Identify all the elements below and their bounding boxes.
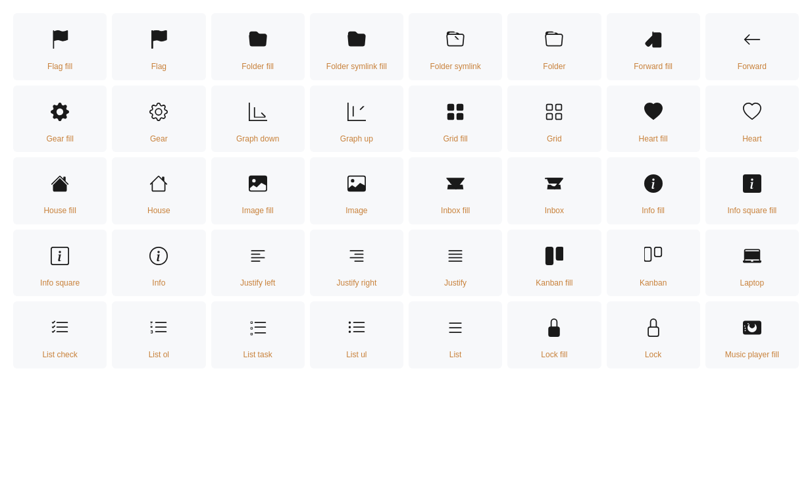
- icon-cell-graph-down[interactable]: Graph down: [211, 86, 305, 153]
- icon-cell-inbox-fill[interactable]: Inbox fill: [409, 157, 502, 224]
- grid-label: Grid: [547, 134, 562, 145]
- icon-cell-list[interactable]: List: [409, 301, 502, 368]
- icon-cell-grid-fill[interactable]: Grid fill: [409, 86, 502, 153]
- forward-fill-label: Forward fill: [634, 62, 672, 72]
- house-fill-label: House fill: [43, 206, 76, 216]
- justify-right-label: Justify right: [337, 278, 377, 289]
- icon-cell-graph-up[interactable]: Graph up: [310, 86, 403, 153]
- graph-down-icon: [245, 99, 271, 125]
- gear-fill-label: Gear fill: [46, 134, 73, 145]
- icon-cell-gear-fill[interactable]: Gear fill: [13, 86, 107, 153]
- laptop-label: Laptop: [740, 278, 765, 289]
- justify-label: Justify: [444, 278, 467, 289]
- laptop-icon: [739, 243, 765, 269]
- heart-fill-icon: [640, 99, 667, 125]
- icon-cell-kanban[interactable]: Kanban: [607, 230, 700, 297]
- house-icon: [145, 170, 172, 197]
- icon-cell-lock[interactable]: Lock: [607, 301, 700, 368]
- graph-up-icon: [343, 99, 370, 125]
- list-icon: [442, 315, 469, 341]
- info-label: Info: [152, 278, 165, 289]
- list-task-icon: [245, 315, 271, 341]
- icon-cell-house-fill[interactable]: House fill: [13, 157, 107, 224]
- icon-cell-music-player-fill[interactable]: Music player fill: [705, 301, 799, 368]
- icon-cell-justify-left[interactable]: Justify left: [211, 230, 305, 297]
- forward-fill-icon: [640, 26, 667, 53]
- icon-cell-info-square-fill[interactable]: Info square fill: [705, 157, 799, 224]
- icon-cell-image[interactable]: Image: [310, 157, 403, 224]
- forward-icon: [739, 26, 765, 53]
- info-square-fill-label: Info square fill: [728, 206, 777, 216]
- folder-fill-label: Folder fill: [241, 62, 274, 72]
- icon-cell-gear[interactable]: Gear: [112, 86, 205, 153]
- graph-up-label: Graph up: [340, 134, 373, 145]
- music-player-fill-icon: [739, 315, 765, 341]
- icon-cell-folder-fill[interactable]: Folder fill: [211, 13, 305, 80]
- justify-icon: [442, 243, 469, 269]
- list-ul-icon: [343, 315, 370, 341]
- gear-label: Gear: [150, 134, 168, 145]
- image-label: Image: [345, 206, 367, 216]
- icon-cell-forward[interactable]: Forward: [705, 13, 799, 80]
- icon-cell-inbox[interactable]: Inbox: [507, 157, 601, 224]
- list-task-label: List task: [243, 350, 272, 361]
- icon-cell-forward-fill[interactable]: Forward fill: [607, 13, 700, 80]
- kanban-fill-icon: [541, 243, 567, 269]
- image-fill-label: Image fill: [242, 206, 274, 216]
- flag-fill-icon: [47, 26, 73, 53]
- icon-cell-lock-fill[interactable]: Lock fill: [507, 301, 601, 368]
- info-square-icon: [47, 243, 73, 269]
- heart-label: Heart: [742, 134, 761, 145]
- list-ol-label: List ol: [149, 350, 169, 361]
- icon-cell-justify-right[interactable]: Justify right: [310, 230, 403, 297]
- icon-cell-folder-symlink[interactable]: Folder symlink: [409, 13, 502, 80]
- flag-fill-label: Flag fill: [47, 62, 72, 72]
- folder-symlink-icon: [442, 26, 469, 53]
- icon-cell-image-fill[interactable]: Image fill: [211, 157, 305, 224]
- icon-grid: Flag fillFlagFolder fillFolder symlink f…: [13, 13, 799, 368]
- grid-icon: [541, 99, 567, 125]
- icon-cell-list-task[interactable]: List task: [211, 301, 305, 368]
- inbox-fill-label: Inbox fill: [441, 206, 470, 216]
- folder-symlink-fill-icon: [343, 26, 370, 53]
- inbox-fill-icon: [442, 170, 469, 197]
- kanban-icon: [640, 243, 667, 269]
- icon-cell-justify[interactable]: Justify: [409, 230, 502, 297]
- icon-cell-grid[interactable]: Grid: [507, 86, 601, 153]
- graph-down-label: Graph down: [236, 134, 279, 145]
- icon-cell-info[interactable]: Info: [112, 230, 205, 297]
- list-ul-label: List ul: [346, 350, 367, 361]
- icon-cell-list-ul[interactable]: List ul: [310, 301, 403, 368]
- flag-label: Flag: [151, 62, 166, 72]
- music-player-fill-label: Music player fill: [725, 350, 779, 361]
- house-fill-icon: [47, 170, 73, 197]
- folder-icon: [541, 26, 567, 53]
- kanban-label: Kanban: [640, 278, 667, 289]
- folder-symlink-label: Folder symlink: [430, 62, 480, 72]
- icon-cell-laptop[interactable]: Laptop: [705, 230, 799, 297]
- icon-cell-heart-fill[interactable]: Heart fill: [607, 86, 700, 153]
- lock-fill-icon: [541, 315, 567, 341]
- heart-fill-label: Heart fill: [639, 134, 668, 145]
- flag-icon: [145, 26, 172, 53]
- folder-fill-icon: [245, 26, 271, 53]
- info-fill-label: Info fill: [642, 206, 665, 216]
- icon-cell-info-square[interactable]: Info square: [13, 230, 107, 297]
- icon-cell-folder-symlink-fill[interactable]: Folder symlink fill: [310, 13, 403, 80]
- grid-fill-label: Grid fill: [443, 134, 467, 145]
- list-label: List: [449, 350, 462, 361]
- lock-label: Lock: [645, 350, 661, 361]
- icon-cell-info-fill[interactable]: Info fill: [607, 157, 700, 224]
- lock-icon: [640, 315, 667, 341]
- icon-cell-flag-fill[interactable]: Flag fill: [13, 13, 107, 80]
- info-square-label: Info square: [40, 278, 80, 289]
- icon-cell-kanban-fill[interactable]: Kanban fill: [507, 230, 601, 297]
- icon-cell-house[interactable]: House: [112, 157, 205, 224]
- icon-cell-list-ol[interactable]: List ol: [112, 301, 205, 368]
- icon-cell-folder[interactable]: Folder: [507, 13, 601, 80]
- info-fill-icon: [640, 170, 667, 197]
- icon-cell-heart[interactable]: Heart: [705, 86, 799, 153]
- icon-cell-list-check[interactable]: List check: [13, 301, 107, 368]
- icon-cell-flag[interactable]: Flag: [112, 13, 205, 80]
- list-check-label: List check: [42, 350, 77, 361]
